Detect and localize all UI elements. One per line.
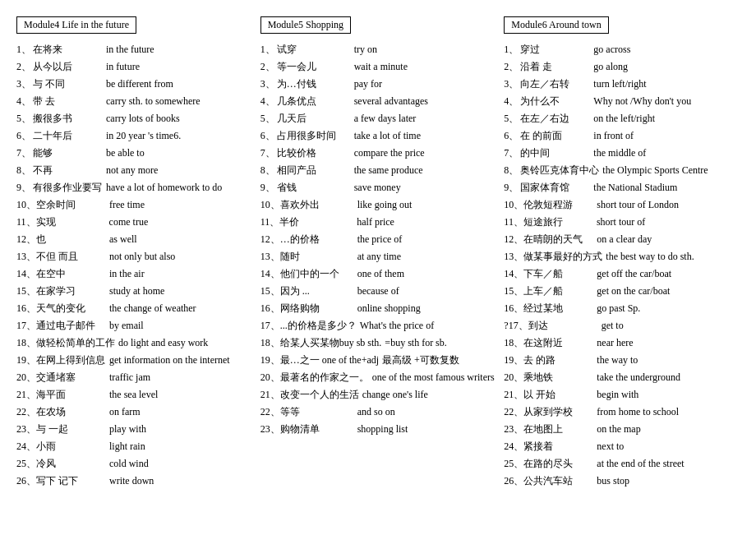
item-number: 20、 [260,370,280,385]
item-english: light rain [106,439,252,454]
item-english: save money [351,180,496,195]
item-english: not any more [103,163,252,178]
vocab-item: 23、在地图上on the map [504,422,740,436]
item-english: at any time [354,249,496,264]
item-english: carry sth. to somewhere [103,94,252,108]
item-english: wait a minute [351,59,496,74]
item-english: shopping list [354,422,496,436]
item-number: 23、 [16,422,36,436]
item-english: in front of [590,128,740,143]
item-english: be able to [103,145,252,160]
item-english: turn left/right [590,76,740,91]
item-english: go across [590,42,740,57]
module-module6: Module6 Around town1、穿过go across2、沿着 走go… [504,16,740,491]
vocab-item: 7、能够be able to [16,145,252,160]
vocab-item: 19、去 的路the way to [504,353,740,367]
vocab-item: 13、做某事最好的方式the best way to do sth. [504,249,740,264]
item-number: 19、 [16,353,36,367]
vocab-item: 7、比较价格compare the price [260,145,496,160]
vocab-item: 1、试穿try on [260,42,496,57]
item-chinese: 与 一起 [36,422,106,436]
item-chinese: 天气的变化 [36,301,106,316]
module-title-module5: Module5 Shopping [260,16,351,34]
item-chinese: 在地图上 [523,422,593,436]
vocab-item: 12、在晴朗的天气on a clear day [504,232,740,247]
item-number: 7、 [504,145,520,160]
item-chinese: 去 的路 [523,353,593,367]
item-chinese: 为什么不 [520,94,590,108]
item-chinese: 给某人买某物buy sb sth. [280,335,382,350]
vocab-item: 8、相同产品the same produce [260,163,496,178]
item-english: on the map [593,422,740,436]
item-chinese: 在路的尽头 [523,456,593,471]
item-chinese: 奥铃匹克体育中心 [520,163,599,178]
item-chinese: 经过某地 [523,301,593,316]
item-english: =buy sth for sb. [381,335,496,350]
item-number: 14、 [16,266,36,281]
item-english: in 20 year 's time6. [103,128,252,143]
item-chinese: 省钱 [277,180,351,195]
item-chinese: 购物清单 [280,422,354,436]
item-number: 7、 [260,145,277,160]
item-chinese: 带 去 [33,94,103,108]
vocab-item: 5、几天后a few days later [260,111,496,126]
vocab-item: 6、二十年后in 20 year 's time6. [16,128,252,143]
item-number: 15、 [504,284,523,298]
vocab-item: 24、小雨light rain [16,439,252,454]
item-english: study at home [106,284,252,298]
item-number: ?17、 [504,318,528,333]
item-number: 25、 [504,456,523,471]
vocab-item: 22、从家到学校from home to school [504,404,740,419]
item-english: near here [593,335,740,350]
vocab-item: 14、在空中in the air [16,266,252,281]
module-title-module4: Module4 Life in the future [16,16,136,34]
item-english: because of [354,284,496,298]
item-english: change one's life [359,387,496,402]
vocab-item: 17、通过电子邮件by email [16,318,252,333]
item-english: like going out [354,197,496,212]
item-english: 最高级 +可数复数 [379,353,496,367]
item-chinese: 占用很多时间 [277,128,351,143]
item-number: 5、 [260,111,277,126]
vocab-item: 10、喜欢外出like going out [260,197,496,212]
vocab-item: 17、...的价格是多少？What's the price of [260,318,496,333]
item-number: 24、 [504,439,523,454]
item-chinese: 在农场 [36,404,106,419]
vocab-item: 20、交通堵塞traffic jam [16,370,252,385]
item-chinese: 冷风 [36,456,106,471]
item-chinese: 实现 [36,214,106,229]
item-number: 6、 [16,128,33,143]
vocab-item: 19、在网上得到信息get information on the interne… [16,353,252,367]
item-english: the sea level [106,387,252,402]
vocab-item: 14、他们中的一个one of them [260,266,496,281]
item-english: and so on [354,404,496,419]
item-english: not only but also [106,249,252,264]
vocab-item: 5、在左／右边on the left/right [504,111,740,126]
item-english: compare the price [351,145,496,160]
vocab-item: 26、写下 记下write down [16,473,252,488]
module-module5: Module5 Shopping1、试穿try on2、等一会儿wait a m… [260,16,496,491]
vocab-item: 10、伦敦短程游short tour of London [504,197,740,212]
item-chinese: 也 [36,232,106,247]
item-chinese: 网络购物 [280,301,354,316]
vocab-item: 15、在家学习study at home [16,284,252,298]
item-chinese: 为…付钱 [277,76,351,91]
item-english: on the left/right [590,111,740,126]
item-english: carry lots of books [103,111,252,126]
vocab-item: 11、半价half price [260,214,496,229]
item-english: one of them [354,266,496,281]
item-english: bus stop [593,473,740,488]
item-chinese: 做某事最好的方式 [523,249,602,264]
vocab-item: 6、占用很多时间take a lot of time [260,128,496,143]
vocab-item: 24、紧接着next to [504,439,740,454]
item-english: begin with [593,387,740,402]
item-number: 16、 [260,301,280,316]
vocab-item: 8、不再not any more [16,163,252,178]
item-chinese: 相同产品 [277,163,351,178]
vocab-item: 16、网络购物online shopping [260,301,496,316]
item-number: 10、 [16,197,36,212]
item-chinese: 最…之一 one of the+adj [280,353,379,367]
vocab-item: 8、奥铃匹克体育中心the Olympic Sports Centre [504,163,740,178]
item-english: on a clear day [593,232,740,247]
item-chinese: 在空中 [36,266,106,281]
